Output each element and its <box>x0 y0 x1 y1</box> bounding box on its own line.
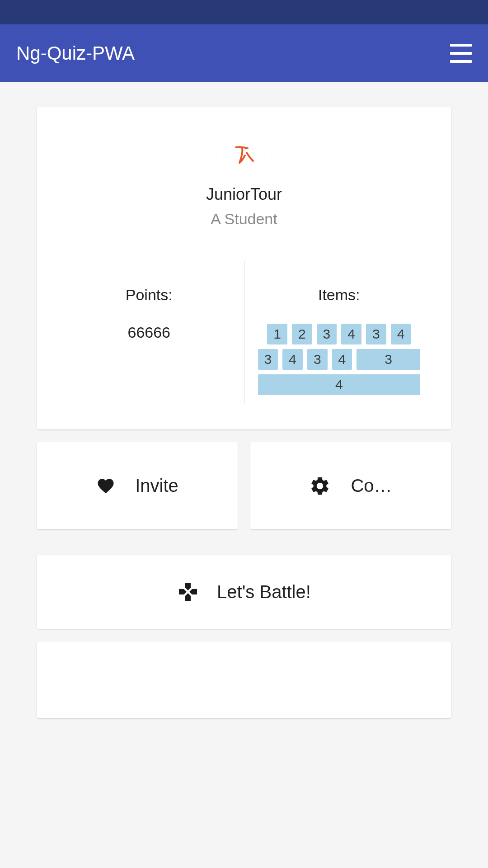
actions-row: Invite Co… <box>37 442 451 542</box>
placeholder-card <box>37 642 451 718</box>
points-label: Points: <box>63 286 235 304</box>
items-label: Items: <box>253 286 425 304</box>
gamepad-icon <box>177 581 199 603</box>
item-chip[interactable]: 4 <box>332 349 352 370</box>
item-chip[interactable]: 3 <box>307 349 328 370</box>
profile-card: JuniorTour A Student Points: 66666 Items… <box>37 107 451 429</box>
battle-label: Let's Battle! <box>217 582 311 602</box>
item-chip[interactable]: 3 <box>357 349 420 370</box>
points-column: Points: 66666 <box>54 261 244 404</box>
item-chip[interactable]: 2 <box>292 324 312 344</box>
items-column: Items: 1 2 3 4 3 4 3 4 3 4 3 4 <box>244 261 434 404</box>
item-chip[interactable]: 3 <box>366 324 386 344</box>
status-bar <box>0 0 488 24</box>
battle-button[interactable]: Let's Battle! <box>37 555 451 629</box>
gear-icon <box>309 475 331 497</box>
items-list: 1 2 3 4 3 4 3 4 3 4 3 4 <box>253 324 425 395</box>
config-label: Co… <box>351 476 392 496</box>
divider <box>54 247 434 247</box>
item-chip[interactable]: 3 <box>317 324 337 344</box>
avatar-glyph-icon <box>230 139 258 168</box>
invite-button[interactable]: Invite <box>37 442 238 529</box>
app-title: Ng-Quiz-PWA <box>16 42 135 64</box>
app-bar: Ng-Quiz-PWA <box>0 24 488 82</box>
config-button[interactable]: Co… <box>250 442 451 529</box>
item-chip[interactable]: 4 <box>258 374 421 395</box>
main-content: JuniorTour A Student Points: 66666 Items… <box>0 82 488 718</box>
item-chip[interactable]: 4 <box>391 324 411 344</box>
avatar <box>224 133 264 174</box>
username: JuniorTour <box>54 185 434 204</box>
invite-label: Invite <box>135 476 178 496</box>
hamburger-menu-icon[interactable] <box>450 44 472 63</box>
item-chip[interactable]: 4 <box>341 324 361 344</box>
heart-icon <box>96 476 115 495</box>
user-subtitle: A Student <box>54 210 434 228</box>
item-chip[interactable]: 3 <box>258 349 278 370</box>
stats-row: Points: 66666 Items: 1 2 3 4 3 4 3 4 3 4… <box>54 261 434 404</box>
item-chip[interactable]: 4 <box>282 349 303 370</box>
points-value: 66666 <box>63 324 235 341</box>
item-chip[interactable]: 1 <box>267 324 287 344</box>
